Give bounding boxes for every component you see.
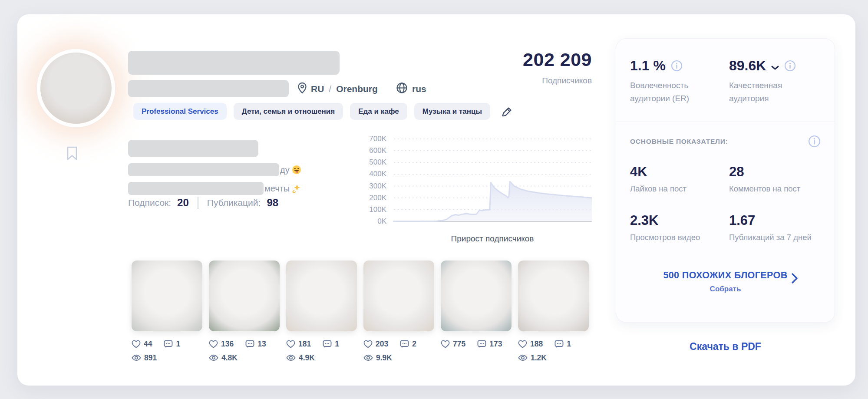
chart-y-axis: 700K600K500K400K300K200K100K0K <box>347 135 390 226</box>
post-card: 18811.2K <box>518 261 589 363</box>
metric-value: 1.67 <box>729 213 821 228</box>
bio-tail-text: мечты <box>264 184 290 194</box>
location-city: Orenburg <box>336 84 378 94</box>
metric-value: 4K <box>630 164 729 180</box>
y-tick-label: 500K <box>369 158 386 167</box>
profile-username-redacted <box>128 80 289 97</box>
comments-stat: 13 <box>245 340 266 349</box>
post-thumbnail[interactable] <box>209 261 280 331</box>
info-icon[interactable] <box>808 135 821 148</box>
post-card: 775173 <box>441 261 512 363</box>
chevron-down-icon[interactable] <box>771 58 779 74</box>
engagement-label-line1: Вовлеченность <box>630 79 729 92</box>
views-count: 891 <box>144 353 157 363</box>
y-tick-label: 100K <box>369 205 386 214</box>
views-stat: 9.9K <box>363 353 392 363</box>
engagement-value: 1.1 % <box>630 58 666 74</box>
followers-chart <box>393 135 592 226</box>
key-metrics-grid: 4KЛайков на пост28Комментов на пост2.3KП… <box>630 164 821 242</box>
heart-icon <box>441 340 450 348</box>
likes-count: 203 <box>376 340 388 349</box>
key-metric: 28Комментов на пост <box>729 164 821 194</box>
engagement-label-line2: аудитории (ER) <box>630 92 729 105</box>
bio-title-redacted <box>128 140 258 157</box>
key-metric: 1.67Публикаций за 7 дней <box>729 213 821 242</box>
metric-value: 2.3K <box>630 213 729 228</box>
engagement-block: 1.1 % Вовлеченность аудитории (ER) <box>630 58 729 105</box>
views-count: 4.8K <box>221 353 238 363</box>
comments-stat: 2 <box>400 340 416 349</box>
profile-language: rus <box>396 80 426 98</box>
likes-count: 136 <box>221 340 234 349</box>
bio-tail-text: ду <box>280 165 290 175</box>
likes-stat: 775 <box>441 340 465 349</box>
heart-icon <box>286 340 295 348</box>
metric-label: Комментов на пост <box>729 184 821 194</box>
y-tick-label: 300K <box>369 182 386 191</box>
comment-icon <box>400 340 409 348</box>
info-icon[interactable] <box>784 60 796 72</box>
location-pin-icon <box>297 82 307 96</box>
post-card: 441891 <box>132 261 202 363</box>
likes-stat: 203 <box>363 340 388 349</box>
avatar <box>37 49 115 127</box>
eye-icon <box>132 354 141 362</box>
post-thumbnail[interactable] <box>132 261 202 331</box>
y-tick-label: 200K <box>369 194 386 202</box>
globe-icon <box>396 82 408 96</box>
quality-audience-label-line2: аудитория <box>729 92 821 105</box>
category-tags: Professional ServicesДети, семья и отнош… <box>133 103 514 120</box>
likes-count: 181 <box>298 340 311 349</box>
post-thumbnail[interactable] <box>286 261 357 331</box>
download-pdf-link[interactable]: Скачать в PDF <box>616 341 835 353</box>
comments-count: 173 <box>489 340 502 349</box>
location-separator: / <box>328 84 332 94</box>
chart-title: Прирост подписчиков <box>393 234 592 244</box>
views-stat: 1.2K <box>518 353 547 363</box>
views-stat: 4.8K <box>209 353 238 363</box>
comments-count: 1 <box>335 340 339 349</box>
eye-icon <box>286 354 296 362</box>
likes-stat: 44 <box>132 340 152 349</box>
eye-icon <box>209 354 218 362</box>
y-tick-label: 0K <box>377 217 386 226</box>
following-value: 20 <box>177 197 189 209</box>
comments-stat: 1 <box>164 340 180 349</box>
y-tick-label: 700K <box>369 135 386 143</box>
followers-block: 202 209 Подписчиков <box>462 49 592 86</box>
views-count: 9.9K <box>376 353 392 363</box>
post-card: 136134.8K <box>209 261 280 363</box>
similar-bloggers-button[interactable]: 500 ПОХОЖИХ БЛОГЕРОВ Собрать <box>630 270 821 293</box>
metric-label: Лайков на пост <box>630 184 729 194</box>
following-posts-counts: Подписок: 20 Публикаций: 98 <box>128 197 278 209</box>
category-tag[interactable]: Дети, семья и отношения <box>234 103 343 120</box>
eye-icon <box>363 354 373 362</box>
quality-audience-label-line1: Качественная <box>729 79 821 92</box>
edit-tags-button[interactable] <box>501 105 514 118</box>
profile-name-redacted <box>128 51 340 75</box>
category-tag[interactable]: Музыка и танцы <box>414 103 490 120</box>
post-thumbnail[interactable] <box>518 261 589 331</box>
recent-posts-row: 441891136134.8K18114.9K20329.9K775173188… <box>132 261 589 363</box>
comments-count: 1 <box>567 340 571 349</box>
similar-bloggers-subtitle: Собрать <box>630 285 821 293</box>
likes-stat: 136 <box>209 340 234 349</box>
metric-label: Просмотров видео <box>630 233 729 242</box>
followers-label: Подписчиков <box>462 76 592 86</box>
comments-stat: 1 <box>323 340 339 349</box>
followers-chart-svg <box>393 135 592 226</box>
key-metrics-title: ОСНОВНЫЕ ПОКАЗАТЕЛИ: <box>630 138 728 145</box>
likes-count: 188 <box>530 340 543 349</box>
panel-divider <box>616 122 835 122</box>
category-tag[interactable]: Еда и кафе <box>350 103 407 120</box>
post-thumbnail[interactable] <box>441 261 512 331</box>
bookmark-icon[interactable] <box>64 145 80 162</box>
post-thumbnail[interactable] <box>363 261 434 331</box>
category-tag[interactable]: Professional Services <box>133 103 227 120</box>
views-stat: 4.9K <box>286 353 315 363</box>
eye-icon <box>518 354 528 362</box>
likes-stat: 188 <box>518 340 543 349</box>
comments-count: 13 <box>257 340 266 349</box>
info-icon[interactable] <box>671 60 683 72</box>
heart-icon <box>209 340 218 348</box>
